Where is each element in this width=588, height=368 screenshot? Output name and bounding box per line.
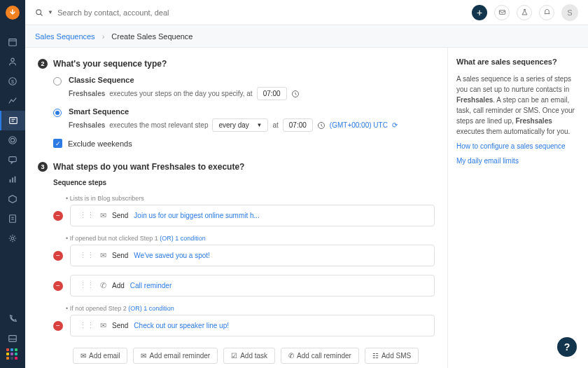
step-verb: Send xyxy=(112,322,128,329)
nav-target-icon[interactable] xyxy=(0,130,25,150)
remove-step-button[interactable]: − xyxy=(53,321,63,331)
flask-icon[interactable] xyxy=(517,5,532,20)
topbar: ▼ + S xyxy=(25,0,588,25)
phone-icon: ✆ xyxy=(100,281,106,290)
drag-handle-icon[interactable]: ⋮⋮ xyxy=(79,211,94,220)
left-sidebar: $ xyxy=(0,0,25,368)
search-input[interactable] xyxy=(57,8,465,17)
step-link[interactable]: Call reminder xyxy=(130,282,172,289)
nav-inbox-icon[interactable] xyxy=(0,329,25,348)
remove-step-button[interactable]: − xyxy=(53,211,63,221)
top-actions: + xyxy=(472,5,554,20)
exclude-weekends-label: Exclude weekends xyxy=(68,139,132,148)
timezone-link[interactable]: (GMT+00:00) UTC xyxy=(330,121,388,129)
help-link-limits[interactable]: My daily email limits xyxy=(456,156,580,166)
smart-label: Smart Sequence xyxy=(69,107,398,116)
svg-rect-22 xyxy=(499,11,505,15)
help-body: A sales sequence is a series of steps yo… xyxy=(456,74,580,137)
brand-text: Freshsales xyxy=(69,90,105,97)
refresh-icon[interactable]: ⟳ xyxy=(392,121,398,129)
radio-classic[interactable] xyxy=(53,77,62,86)
classic-desc: executes your steps on the day you speci… xyxy=(109,90,252,97)
nav-phone-icon[interactable] xyxy=(0,309,25,329)
step-link[interactable]: Check out our speaker line up! xyxy=(134,322,229,329)
nav-calendar-icon[interactable] xyxy=(0,32,25,52)
sequence-steps-label: Sequence steps xyxy=(53,179,435,186)
nav-contacts-icon[interactable] xyxy=(0,52,25,71)
chevron-down-icon[interactable]: ▼ xyxy=(48,9,53,15)
breadcrumb: Sales Sequences › Create Sales Sequence xyxy=(25,25,588,48)
svg-rect-18 xyxy=(9,336,17,342)
classic-time-input[interactable]: 07:00 xyxy=(257,87,287,100)
add-call-reminder-button[interactable]: ✆ Add call reminder xyxy=(281,348,359,364)
breadcrumb-root[interactable]: Sales Sequences xyxy=(35,32,95,41)
svg-line-21 xyxy=(41,13,43,15)
add-email-button[interactable]: ✉ Add email xyxy=(73,348,127,364)
email-icon: ✉ xyxy=(100,321,106,330)
svg-rect-10 xyxy=(9,157,17,162)
nav-deals-icon[interactable]: $ xyxy=(0,71,25,91)
drag-handle-icon[interactable]: ⋮⋮ xyxy=(79,281,94,290)
smart-desc: executes the most relevant step xyxy=(109,121,208,129)
svg-point-8 xyxy=(9,137,17,144)
condition-2: • If opened but not clicked Step 1 (OR) … xyxy=(66,235,435,242)
svg-point-17 xyxy=(11,237,14,240)
condition-3: • If not opened Step 2 (OR) 1 condition xyxy=(66,305,435,312)
step-card-3[interactable]: ⋮⋮ ✆ Add Call reminder xyxy=(70,275,435,297)
help-title: What are sales sequences? xyxy=(456,56,580,68)
step-verb: Add xyxy=(112,282,125,289)
mail-icon[interactable] xyxy=(494,5,510,20)
step-verb: Send xyxy=(112,252,128,259)
step-card-1[interactable]: ⋮⋮ ✉ Send Join us for our biggest online… xyxy=(70,205,435,226)
add-sms-button[interactable]: ☷ Add SMS xyxy=(365,348,419,364)
at-label: at xyxy=(272,121,278,129)
smart-time-input[interactable]: 07:00 xyxy=(283,118,313,132)
add-email-reminder-button[interactable]: ✉ Add email reminder xyxy=(133,348,218,364)
bell-icon[interactable] xyxy=(539,5,554,20)
new-button[interactable]: + xyxy=(472,5,487,20)
svg-rect-13 xyxy=(15,177,16,183)
remove-step-button[interactable]: − xyxy=(53,281,63,291)
exclude-weekends-checkbox[interactable]: ✓ xyxy=(53,139,62,148)
nav-docs-icon[interactable] xyxy=(0,209,25,229)
step-link[interactable]: Join us for our biggest online summit h.… xyxy=(134,212,260,219)
svg-rect-11 xyxy=(10,179,11,182)
help-fab[interactable]: ? xyxy=(557,337,577,357)
step-card-2[interactable]: ⋮⋮ ✉ Send We've saved you a spot! xyxy=(70,245,435,266)
step-card-4[interactable]: ⋮⋮ ✉ Send Check out our speaker line up! xyxy=(70,315,435,336)
help-link-configure[interactable]: How to configure a sales sequence xyxy=(456,141,580,151)
svg-text:$: $ xyxy=(11,79,14,84)
section-title-steps: What steps do you want Freshsales to exe… xyxy=(53,162,244,172)
radio-smart[interactable] xyxy=(53,109,62,117)
section-title-type: What's your sequence type? xyxy=(53,59,167,69)
svg-rect-12 xyxy=(12,177,13,182)
chevron-right-icon: › xyxy=(102,32,105,41)
nav-settings-icon[interactable] xyxy=(0,229,25,248)
nav-analytics-icon[interactable] xyxy=(0,91,25,111)
remove-step-button[interactable]: − xyxy=(53,251,63,261)
main-content: 2 What's your sequence type? Classic Seq… xyxy=(25,48,448,368)
svg-rect-0 xyxy=(9,39,17,46)
add-task-button[interactable]: ☑ Add task xyxy=(223,348,275,364)
svg-point-2 xyxy=(11,58,14,61)
svg-rect-14 xyxy=(10,215,16,223)
svg-rect-5 xyxy=(10,118,18,124)
drag-handle-icon[interactable]: ⋮⋮ xyxy=(79,321,94,330)
nav-products-icon[interactable] xyxy=(0,189,25,209)
nav-reports-icon[interactable] xyxy=(0,170,25,189)
avatar[interactable]: S xyxy=(561,4,578,21)
apps-switcher-icon[interactable] xyxy=(6,348,19,361)
step-verb: Send xyxy=(112,212,128,219)
email-icon: ✉ xyxy=(100,211,106,220)
condition-1: • Lists is in Blog subscribers xyxy=(66,195,435,202)
nav-chat-icon[interactable] xyxy=(0,150,25,170)
brand-text: Freshsales xyxy=(69,121,105,129)
breadcrumb-current: Create Sales Sequence xyxy=(111,32,192,41)
frequency-select[interactable]: every day▼ xyxy=(212,118,268,132)
search-icon[interactable] xyxy=(35,8,43,17)
step-link[interactable]: We've saved you a spot! xyxy=(134,252,209,259)
email-icon: ✉ xyxy=(100,251,106,260)
nav-sequences-icon[interactable] xyxy=(0,111,25,130)
classic-label: Classic Sequence xyxy=(69,76,300,84)
drag-handle-icon[interactable]: ⋮⋮ xyxy=(79,251,94,260)
